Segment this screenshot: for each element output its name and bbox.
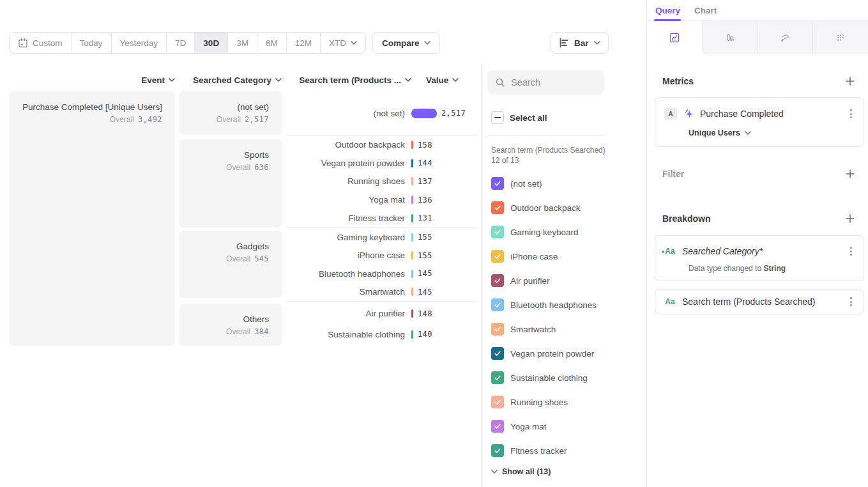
dot-grid-icon — [835, 33, 846, 43]
chart-type-tab-insights[interactable] — [647, 21, 702, 54]
date-range-12m[interactable]: 12M — [287, 33, 321, 53]
date-range-today[interactable]: Today — [72, 33, 112, 53]
segment-checkbox[interactable] — [491, 250, 504, 263]
segment-item[interactable]: Bluetooth headphones — [491, 293, 638, 317]
event-overall-value: 3,492 — [138, 115, 162, 124]
term-label: Running shoes — [286, 176, 411, 186]
term-label: Yoga mat — [286, 195, 411, 205]
segment-label: Sustainable clothing — [510, 373, 588, 383]
term-label: Vegan protein powder — [286, 158, 411, 168]
category-overall-value: 636 — [254, 163, 269, 172]
compare-button[interactable]: Compare — [372, 32, 441, 54]
segment-item[interactable]: Outdoor backpack — [491, 196, 638, 220]
segment-item[interactable]: Smartwatch — [491, 317, 638, 341]
segment-checkbox[interactable] — [491, 371, 504, 384]
tab-query[interactable]: Query — [655, 6, 680, 15]
breakdown-card-search-term[interactable]: Aa Search term (Products Searched) — [655, 289, 864, 314]
segment-checkbox[interactable] — [491, 226, 504, 238]
segment-item[interactable]: Sustainable clothing — [491, 366, 638, 390]
add-breakdown-button[interactable] — [845, 213, 855, 224]
term-row: (not set) 2,517 — [286, 104, 476, 122]
metric-name: Purchase Completed — [700, 109, 841, 119]
column-header-value[interactable]: Value — [426, 75, 464, 85]
term-row: Bluetooth headphones 145 — [286, 265, 476, 282]
date-range-7d[interactable]: 7D — [167, 33, 195, 53]
metric-card[interactable]: A Purchase Completed Unique Users — [655, 97, 864, 147]
segment-checkbox[interactable] — [491, 420, 504, 433]
column-header-term[interactable]: Search term (Products ... — [286, 75, 411, 85]
event-spark-icon — [683, 109, 694, 119]
metric-menu-button[interactable] — [848, 107, 855, 121]
date-range-xtd[interactable]: XTD — [321, 33, 365, 53]
chevron-down-icon — [275, 78, 282, 82]
term-value: 137 — [418, 177, 432, 186]
select-all[interactable]: Select all — [491, 111, 547, 124]
check-icon — [494, 374, 501, 382]
term-label: Gaming keyboard — [286, 233, 411, 242]
check-icon — [494, 228, 501, 236]
select-all-checkbox[interactable] — [491, 111, 504, 124]
segment-item[interactable]: Yoga mat — [491, 414, 638, 438]
date-range-yesterday[interactable]: Yesterday — [112, 33, 167, 53]
segment-checkbox[interactable] — [491, 298, 504, 311]
term-row: Air purifier 148 — [286, 305, 476, 323]
date-range-custom[interactable]: Custom — [10, 33, 72, 53]
segment-item[interactable]: Vegan protein powder — [491, 341, 638, 366]
term-row: Smartwatch 145 — [286, 283, 476, 301]
category-cell: Gadgets Overall545 — [179, 231, 282, 298]
segment-checkbox[interactable] — [491, 444, 504, 457]
column-header-event[interactable]: Event — [9, 75, 175, 85]
category-name: (not set) — [186, 102, 269, 113]
breakdown-menu-button[interactable] — [848, 244, 855, 258]
value-bar — [411, 159, 413, 167]
segment-item[interactable]: Running shoes — [491, 390, 638, 414]
segment-label: Fitness tracker — [510, 446, 567, 456]
date-range-3m[interactable]: 3M — [228, 33, 257, 53]
chevron-down-icon — [745, 131, 751, 135]
term-label: (not set) — [286, 109, 411, 118]
add-metric-button[interactable] — [845, 76, 855, 86]
segment-checkbox[interactable] — [491, 396, 504, 408]
category-cell: (not set) Overall2,517 — [179, 91, 282, 135]
segment-filter-panel: Select all Search term (Products Searche… — [482, 0, 646, 487]
chart-type-tab-bar[interactable] — [702, 21, 758, 54]
breakdown-property-name: Searched Category* — [682, 246, 841, 256]
segment-group-label: Search term (Products Searched) 12 of 13 — [491, 145, 606, 166]
segment-checkbox[interactable] — [491, 323, 504, 336]
segment-item[interactable]: Gaming keyboard — [491, 220, 638, 244]
segment-item[interactable]: Fitness tracker — [491, 438, 638, 463]
compare-label: Compare — [382, 38, 420, 48]
chart-type-tab-metrics[interactable] — [812, 21, 868, 54]
value-bar — [411, 330, 413, 339]
value-bar — [411, 109, 437, 118]
segment-checkbox[interactable] — [491, 201, 504, 214]
segment-item[interactable]: iPhone case — [491, 244, 638, 268]
segment-label: Yoga mat — [510, 422, 547, 431]
string-property-icon: Aa* — [664, 246, 676, 256]
segment-item[interactable]: Air purifier — [491, 268, 638, 293]
string-property-icon: Aa — [664, 297, 676, 307]
segment-checkbox[interactable] — [491, 274, 504, 287]
breakdown-section-title: Breakdown — [662, 213, 710, 224]
term-label: Outdoor backpack — [286, 140, 411, 150]
segment-checkbox[interactable] — [491, 177, 504, 190]
breakdown-property-name: Search term (Products Searched) — [682, 297, 841, 307]
segment-checkbox[interactable] — [491, 347, 504, 360]
measure-dropdown[interactable]: Unique Users — [689, 128, 751, 137]
tab-chart[interactable]: Chart — [694, 6, 717, 15]
term-label: iPhone case — [286, 251, 411, 260]
segment-item[interactable]: (not set) — [491, 171, 638, 196]
segment-label: Air purifier — [510, 276, 550, 286]
term-label: Sustainable clothing — [286, 330, 411, 339]
date-range-30d[interactable]: 30D — [195, 33, 228, 53]
breakdown-card-searched-category[interactable]: Aa* Searched Category* Data type changed… — [655, 235, 864, 281]
show-all-button[interactable]: Show all (13) — [491, 467, 551, 476]
search-input[interactable] — [511, 77, 588, 88]
column-header-category[interactable]: Searched Category — [179, 75, 282, 85]
term-label: Smartwatch — [286, 287, 411, 297]
chart-type-tab-flows[interactable] — [758, 21, 813, 54]
query-panel: Query Chart — [647, 0, 868, 487]
add-filter-button[interactable] — [845, 169, 855, 179]
date-range-6m[interactable]: 6M — [257, 33, 287, 53]
breakdown-menu-button[interactable] — [848, 295, 855, 309]
